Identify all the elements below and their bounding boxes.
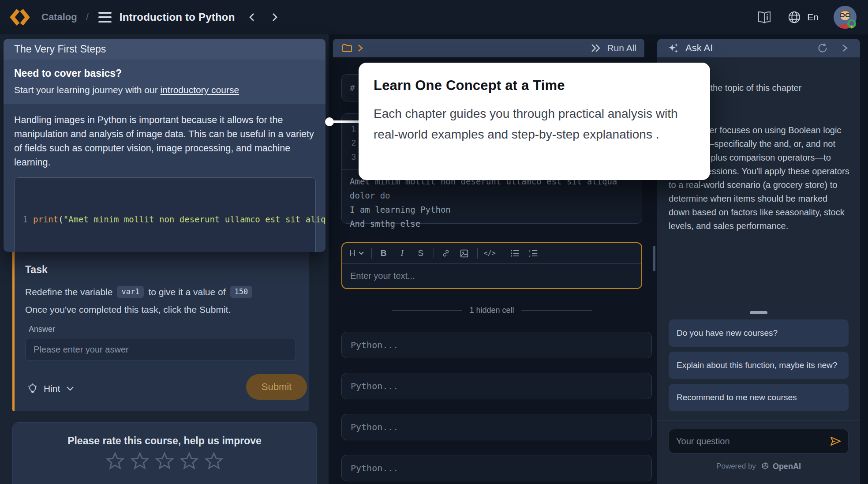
suggestion-chip[interactable]: Recommend to me new courses <box>669 384 849 411</box>
numbered-list-button[interactable]: 12 <box>528 247 539 259</box>
brand-logo-icon[interactable] <box>10 8 30 26</box>
bold-button[interactable]: B <box>378 247 389 259</box>
output-line: And smthg else <box>350 217 634 231</box>
task-instruction-line1: Redefine the variable var1 to give it a … <box>25 286 257 298</box>
sparkles-icon <box>668 42 679 54</box>
bullet-list-button[interactable] <box>509 247 521 259</box>
editor-text-input[interactable]: Enter your text... <box>342 264 641 288</box>
chevron-down-icon <box>358 251 364 255</box>
question-input-wrap <box>669 429 849 454</box>
answer-label: Answer <box>29 325 55 334</box>
breadcrumb-separator: / <box>86 11 89 23</box>
language-globe-icon[interactable] <box>787 11 802 24</box>
code-line: 1print("Amet minim mollit non deserunt u… <box>22 212 308 227</box>
image-button[interactable] <box>459 247 470 259</box>
svg-text:2: 2 <box>529 254 531 257</box>
hint-label: Hint <box>44 383 60 394</box>
hidden-cell-line <box>521 310 592 311</box>
star-icon[interactable] <box>179 451 199 471</box>
app-root: Catalog / Introduction to Python En <box>0 0 868 484</box>
language-label[interactable]: En <box>807 12 819 23</box>
code-button[interactable]: </> <box>484 247 496 259</box>
toolbar-divider <box>477 248 478 259</box>
suggestion-chip[interactable]: Explain about this function, maybe its n… <box>669 352 849 379</box>
variable-chip: var1 <box>117 286 144 298</box>
star-icon[interactable] <box>154 451 175 471</box>
star-icon[interactable] <box>130 451 150 471</box>
theory-paragraph: Handling images in Python is important b… <box>14 113 316 169</box>
question-input[interactable] <box>669 436 829 446</box>
powered-by-text: Powered by <box>716 462 756 471</box>
submit-button[interactable]: Submit <box>246 374 307 400</box>
folder-icon[interactable] <box>342 43 352 53</box>
star-icon[interactable] <box>204 451 224 471</box>
theory-code-block: 1print("Amet minim mollit non deserunt u… <box>14 177 316 252</box>
send-icon[interactable] <box>829 435 842 448</box>
value-chip: 150 <box>230 286 253 298</box>
page-title: Introduction to Python <box>120 11 235 23</box>
python-cell[interactable]: Python... <box>341 455 652 481</box>
promo-line: Start your learning journey with our int… <box>14 85 315 95</box>
task-instruction-text: Redefine the variable <box>25 287 112 297</box>
prev-chapter-button[interactable] <box>247 12 257 22</box>
ask-ai-header: Ask AI <box>657 39 860 57</box>
hidden-cell-row[interactable]: 1 hidden cell <box>341 304 642 317</box>
openai-logo-icon <box>760 461 770 471</box>
strikethrough-button[interactable]: S <box>415 247 427 259</box>
markdown-hash: # <box>350 83 355 93</box>
heading-button[interactable]: H <box>349 247 364 259</box>
tooltip-connector-dot <box>325 117 334 126</box>
svg-text:1: 1 <box>529 249 531 252</box>
hint-toggle[interactable]: Hint <box>27 379 74 399</box>
tooltip-body: Each chapter guides you through practica… <box>374 103 685 145</box>
rich-text-editor: H B I S </> 12 Enter your text.. <box>341 242 642 289</box>
reset-chat-icon[interactable] <box>817 42 828 54</box>
collapse-panel-icon[interactable] <box>841 44 849 53</box>
chevron-down-icon <box>66 386 74 391</box>
run-all-label: Run All <box>607 43 636 53</box>
next-chapter-button[interactable] <box>269 12 279 22</box>
suggestions-drag-handle[interactable] <box>750 311 767 314</box>
output-line: I am learning Python <box>350 203 634 217</box>
openai-brand-text: OpenAI <box>773 462 801 471</box>
star-icon[interactable] <box>105 451 125 471</box>
link-button[interactable] <box>440 247 452 259</box>
run-all-icon <box>590 43 602 53</box>
promo-prefix: Start your learning journey with our <box>14 85 161 95</box>
lightbulb-icon <box>27 383 38 395</box>
ask-ai-title: Ask AI <box>685 42 713 54</box>
python-cell[interactable]: Python... <box>341 332 652 358</box>
answer-input[interactable] <box>25 338 296 361</box>
task-card: Task Redefine the variable var1 to give … <box>12 229 309 411</box>
breadcrumb-catalog[interactable]: Catalog <box>41 11 77 23</box>
theory-popover: The Very First Steps Need to cover basic… <box>4 39 326 252</box>
notebook-toolbar: Run All <box>333 39 644 57</box>
suggestion-chip[interactable]: Do you have new courses? <box>669 319 849 347</box>
toolbar-divider <box>434 248 434 259</box>
python-cell[interactable]: Python... <box>341 373 652 399</box>
rating-title: Please rate this course, help us improve <box>13 435 316 447</box>
input-divider <box>657 420 860 420</box>
tooltip-title: Learn One Concept at a Time <box>374 78 692 94</box>
onboarding-tooltip: Learn One Concept at a Time Each chapter… <box>359 63 710 180</box>
tooltip-connector-line <box>330 120 360 123</box>
toolbar-divider <box>371 248 372 259</box>
popover-header: The Very First Steps <box>4 39 326 60</box>
chapters-menu-icon[interactable] <box>98 12 112 23</box>
run-all-button[interactable]: Run All <box>590 43 636 53</box>
python-cell[interactable]: Python... <box>341 414 652 440</box>
task-instruction-line2: Once you've completed this task, click t… <box>25 304 231 315</box>
notebook-scrollbar[interactable] <box>653 246 655 271</box>
expand-chevron-icon[interactable] <box>357 44 364 52</box>
handbook-icon[interactable] <box>757 11 772 24</box>
rating-card: Please rate this course, help us improve <box>12 422 317 484</box>
powered-by: Powered by OpenAI <box>657 461 860 471</box>
introductory-course-link[interactable]: introductory course <box>161 85 239 95</box>
rating-stars <box>13 451 316 471</box>
task-title: Task <box>25 264 48 276</box>
italic-button[interactable]: I <box>397 247 408 259</box>
top-right-group: En <box>742 6 868 29</box>
editor-toolbar: H B I S </> 12 <box>342 243 641 264</box>
task-instruction-text2: to give it a value of <box>148 287 225 297</box>
user-avatar[interactable] <box>834 6 857 29</box>
